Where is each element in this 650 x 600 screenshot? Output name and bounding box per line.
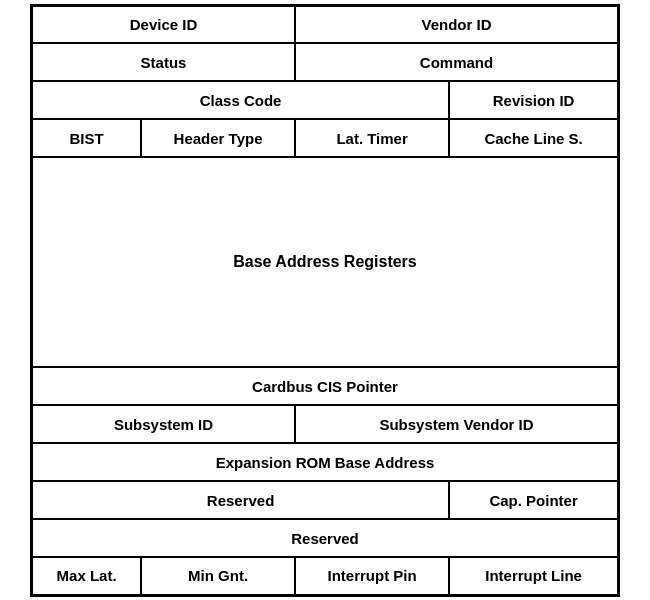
lat-timer-cell: Lat. Timer bbox=[295, 119, 449, 157]
class-code-cell: Class Code bbox=[32, 81, 450, 119]
device-id-cell: Device ID bbox=[32, 5, 295, 43]
header-type-cell: Header Type bbox=[141, 119, 295, 157]
reserved2-cell: Reserved bbox=[32, 519, 619, 557]
subsystem-id-cell: Subsystem ID bbox=[32, 405, 295, 443]
max-lat-cell: Max Lat. bbox=[32, 557, 142, 595]
cache-line-cell: Cache Line S. bbox=[449, 119, 618, 157]
vendor-id-cell: Vendor ID bbox=[295, 5, 619, 43]
revision-id-cell: Revision ID bbox=[449, 81, 618, 119]
cap-pointer-cell: Cap. Pointer bbox=[449, 481, 618, 519]
interrupt-line-cell: Interrupt Line bbox=[449, 557, 618, 595]
bist-cell: BIST bbox=[32, 119, 142, 157]
interrupt-pin-cell: Interrupt Pin bbox=[295, 557, 449, 595]
expansion-rom-cell: Expansion ROM Base Address bbox=[32, 443, 619, 481]
min-gnt-cell: Min Gnt. bbox=[141, 557, 295, 595]
bar-cell: Base Address Registers bbox=[32, 157, 619, 367]
reserved1-cell: Reserved bbox=[32, 481, 450, 519]
cardbus-cell: Cardbus CIS Pointer bbox=[32, 367, 619, 405]
status-cell: Status bbox=[32, 43, 295, 81]
pci-config-space-table: Device ID Vendor ID Status Command Class… bbox=[30, 4, 620, 597]
command-cell: Command bbox=[295, 43, 619, 81]
subsystem-vendor-cell: Subsystem Vendor ID bbox=[295, 405, 619, 443]
